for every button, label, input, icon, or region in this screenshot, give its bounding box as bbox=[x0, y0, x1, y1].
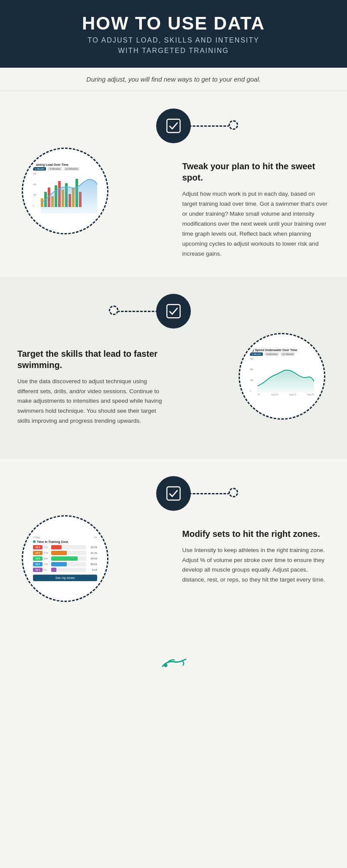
description-text: During adjust, you will find new ways to… bbox=[35, 76, 312, 83]
zone-badge-2: Z3 5 bbox=[33, 556, 43, 561]
text-content-1: Tweak your plan to hit the sweet spot. A… bbox=[182, 161, 330, 259]
tab-12months[interactable]: 12-Months bbox=[64, 167, 79, 171]
zone-fill-2 bbox=[51, 556, 78, 561]
bar-chart-area-1: 250 400 150 0 bbox=[33, 172, 97, 207]
mini-chart-1: Training Load Over Time 1-Month 4-Months… bbox=[30, 161, 100, 221]
tab-1month[interactable]: 1-Month bbox=[33, 167, 46, 171]
right-panel-3: Modify sets to hit the right zones. Use … bbox=[174, 485, 347, 585]
zone-badge-1: Z4 4 bbox=[33, 551, 43, 555]
dashed-end-right-3 bbox=[229, 488, 238, 497]
checkmark-icon-1 bbox=[165, 118, 182, 134]
section-2: Target the skills that lead to faster sw… bbox=[0, 276, 347, 459]
section3-heading: Modify sets to hit the right zones. bbox=[182, 528, 330, 539]
zone-header-left: 7-Day bbox=[33, 536, 40, 539]
svg-rect-1 bbox=[167, 304, 180, 317]
chart-inner-1: Training Load Over Time 1-Month 4-Months… bbox=[26, 152, 104, 230]
chart-inner-2: My Speed Underwater Over Time 1-Month 4-… bbox=[243, 337, 321, 415]
zone-badge-4: Z1 1 bbox=[33, 568, 43, 572]
line-chart-area-2: 750 600 450 0 bbox=[250, 358, 314, 392]
zone-time-4: 6:14 bbox=[88, 569, 97, 571]
zone-bar-0 bbox=[51, 545, 86, 549]
checkpoint-2 bbox=[156, 294, 191, 329]
zone-badge-0: Z5 3 bbox=[33, 545, 43, 549]
line-chart-svg-2 bbox=[258, 358, 314, 392]
left-panel-3: 7-Day 2w Time In Training Zone Z5 3 11% bbox=[0, 485, 174, 602]
zone-chart-3: 7-Day 2w Time In Training Zone Z5 3 11% bbox=[30, 533, 100, 584]
zone-row-0: Z5 3 11% 15:21 bbox=[33, 545, 97, 549]
tab2-12month[interactable]: 12-Month bbox=[281, 352, 295, 356]
chart-tabs-2: 1-Month 4-Months 12-Month bbox=[250, 352, 314, 356]
svg-rect-2 bbox=[167, 487, 180, 500]
x-labels-2: 47 Aug 14 Aug 21 Aug 01 bbox=[250, 393, 314, 396]
area-overlay-1 bbox=[41, 172, 97, 214]
zone-row-2: Z3 5 50% 24:53 bbox=[33, 556, 97, 561]
zone-row-4: Z1 1 5% 6:14 bbox=[33, 568, 97, 572]
left-panel-2: Target the skills that lead to faster sw… bbox=[0, 302, 174, 427]
zone-time-0: 15:21 bbox=[88, 546, 97, 549]
zone-badge-3: Z2 2 bbox=[33, 562, 43, 566]
zone-time-3: 55:51 bbox=[88, 563, 97, 566]
zone-row-1: Z4 4 17% 21:31 bbox=[33, 551, 97, 555]
chart-circle-1: Training Load Over Time 1-Month 4-Months… bbox=[22, 148, 108, 234]
chart-circle-2: My Speed Underwater Over Time 1-Month 4-… bbox=[239, 333, 325, 420]
zone-dot bbox=[33, 540, 36, 543]
chart-tabs-1: 1-Month 4-Months 12-Months bbox=[33, 167, 97, 171]
checkpoint-3 bbox=[156, 476, 191, 511]
checkpoint-1 bbox=[156, 108, 191, 143]
subtitle-bar: During adjust, you will find new ways to… bbox=[0, 68, 347, 91]
zone-chart-header: 7-Day 2w bbox=[33, 536, 97, 539]
header: HOW TO USE DATA TO ADJUST LOAD, SKILLS A… bbox=[0, 0, 347, 68]
section-1: Training Load Over Time 1-Month 4-Months… bbox=[0, 91, 347, 276]
zone-time-2: 24:53 bbox=[88, 557, 97, 560]
section1-heading: Tweak your plan to hit the sweet spot. bbox=[182, 161, 330, 183]
tab2-4months[interactable]: 4-Months bbox=[265, 352, 279, 356]
tab2-1month[interactable]: 1-Month bbox=[250, 352, 263, 356]
swimmer-logo bbox=[160, 654, 187, 671]
text-content-3: Modify sets to hit the right zones. Use … bbox=[182, 528, 330, 585]
zone-bar-3 bbox=[51, 562, 86, 566]
subtitle-line1: TO ADJUST LOAD, SKILLS AND INTENSITY bbox=[26, 36, 321, 44]
chart-title-2: My Speed Underwater Over Time bbox=[250, 349, 314, 352]
zone-fill-0 bbox=[51, 545, 62, 549]
y-axis-1: 250 400 150 0 bbox=[33, 172, 36, 207]
checkmark-icon-2 bbox=[165, 303, 182, 319]
chart-circle-3: 7-Day 2w Time In Training Zone Z5 3 11% bbox=[22, 515, 108, 602]
right-panel-2: My Speed Underwater Over Time 1-Month 4-… bbox=[174, 302, 347, 420]
mini-chart-2: My Speed Underwater Over Time 1-Month 4-… bbox=[247, 346, 317, 407]
decorative-dots bbox=[313, 2, 343, 16]
checkmark-icon-3 bbox=[165, 485, 182, 502]
zone-time-1: 21:31 bbox=[88, 552, 97, 554]
zone-row-3: Z2 2 17% 55:51 bbox=[33, 562, 97, 566]
subtitle-line2: WITH TARGETED TRAINING bbox=[26, 47, 321, 55]
y-axis-2: 750 600 450 0 bbox=[250, 358, 253, 392]
section3-body: Use Intensity to keep athletes in the ri… bbox=[182, 546, 330, 585]
chart-inner-3: 7-Day 2w Time In Training Zone Z5 3 11% bbox=[26, 519, 104, 598]
section2-body: Use the data discovered to adjust techni… bbox=[17, 377, 165, 427]
left-panel-1: Training Load Over Time 1-Month 4-Months… bbox=[0, 117, 174, 234]
zone-title: Time In Training Zone bbox=[33, 540, 97, 543]
zone-fill-4 bbox=[51, 568, 56, 572]
section2-heading: Target the skills that lead to faster sw… bbox=[17, 348, 165, 371]
dashed-end-left-2 bbox=[109, 306, 118, 315]
tab-4months[interactable]: 4-Months bbox=[48, 167, 62, 171]
zone-bar-4 bbox=[51, 568, 86, 572]
zone-chart-title: Time In Training Zone bbox=[37, 540, 68, 543]
zone-header-right: 2w bbox=[94, 536, 97, 539]
main-title: HOW TO USE DATA bbox=[26, 13, 321, 34]
zone-fill-1 bbox=[51, 551, 67, 555]
main-content: Training Load Over Time 1-Month 4-Months… bbox=[0, 91, 347, 641]
see-zones-button[interactable]: See my zones bbox=[33, 575, 97, 581]
zone-fill-3 bbox=[51, 562, 67, 566]
svg-point-3 bbox=[164, 664, 167, 667]
zone-bar-2 bbox=[51, 556, 86, 561]
dashed-end-right-1 bbox=[229, 120, 238, 130]
chart-title-1: Training Load Over Time bbox=[33, 163, 97, 166]
svg-rect-0 bbox=[167, 119, 180, 132]
right-panel-1: Tweak your plan to hit the sweet spot. A… bbox=[174, 117, 347, 259]
section-3: 7-Day 2w Time In Training Zone Z5 3 11% bbox=[0, 459, 347, 641]
section1-body: Adjust how much work is put in each day,… bbox=[182, 189, 330, 259]
footer bbox=[0, 641, 347, 682]
zone-bar-1 bbox=[51, 551, 86, 555]
text-content-2: Target the skills that lead to faster sw… bbox=[17, 348, 165, 427]
